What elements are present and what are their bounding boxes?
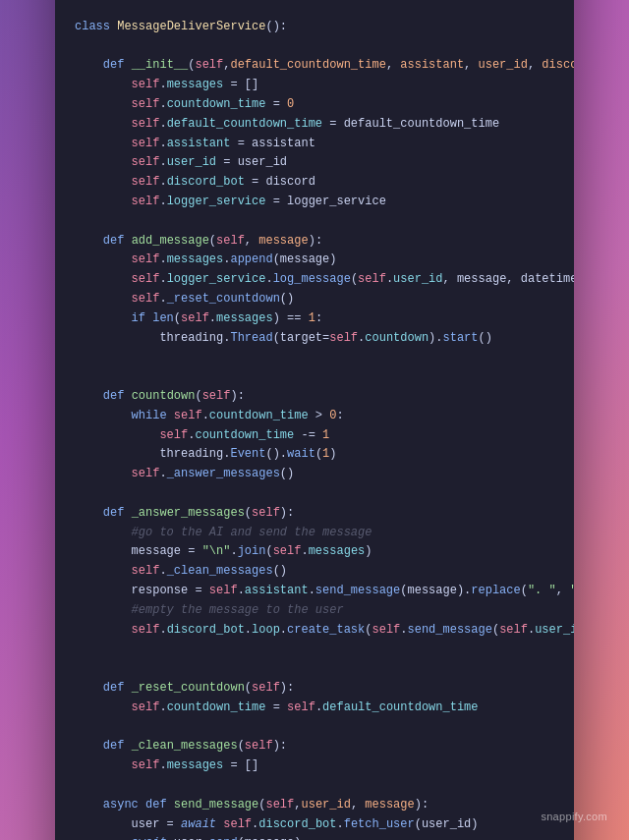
code-line: if len(self.messages) == 1:: [75, 309, 554, 329]
code-line: self.default_countdown_time = default_co…: [75, 115, 554, 135]
code-line: self.countdown_time -= 1: [75, 426, 554, 446]
code-line: response = self.assistant.send_message(m…: [75, 582, 554, 601]
code-line: self._clean_messages(): [75, 562, 554, 582]
code-line: self.messages = []: [75, 756, 554, 776]
code-line: self.user_id = user_id: [75, 153, 554, 173]
code-line: message = "\n".join(self.messages): [75, 542, 554, 562]
code-line: async def send_message(self,user_id, mes…: [75, 796, 554, 815]
code-line: self.discord_bot = discord: [75, 173, 554, 193]
code-line: self.discord_bot.loop.create_task(self.s…: [75, 621, 554, 641]
code-line: self.messages = []: [75, 76, 554, 95]
app-container: import threadingfrom datetime import dat…: [0, 0, 629, 840]
code-line: [75, 367, 554, 387]
code-line: await user.send(message): [75, 834, 554, 840]
code-line: self.messages.append(message): [75, 251, 554, 270]
code-line: [75, 640, 554, 659]
code-line: self.countdown_time = self.default_count…: [75, 699, 554, 718]
code-line: def countdown(self):: [75, 387, 554, 407]
code-line: threading.Event().wait(1): [75, 445, 554, 465]
code-line: #empty the message to the user: [75, 601, 554, 621]
code-line: def _reset_countdown(self):: [75, 679, 554, 699]
code-line: def add_message(self, message):: [75, 232, 554, 252]
code-line: [75, 776, 554, 796]
code-line: self.countdown_time = 0: [75, 95, 554, 115]
code-line: [75, 718, 554, 738]
watermark: snappify.com: [541, 811, 607, 822]
code-line: #go to the AI and send the message: [75, 524, 554, 543]
code-line: self._reset_countdown(): [75, 290, 554, 309]
code-line: [75, 0, 554, 18]
code-line: user = await self.discord_bot.fetch_user…: [75, 815, 554, 835]
code-line: [75, 212, 554, 232]
code-line: [75, 484, 554, 504]
code-line: def __init__(self,default_countdown_time…: [75, 56, 554, 76]
code-line: def _clean_messages(self):: [75, 737, 554, 756]
code-line: self.logger_service.log_message(self.use…: [75, 270, 554, 290]
code-line: [75, 348, 554, 367]
code-editor: import threadingfrom datetime import dat…: [55, 0, 574, 840]
code-line: class MessageDeliverService():: [75, 18, 554, 37]
code-line: [75, 37, 554, 57]
code-line: self.assistant = assistant: [75, 135, 554, 154]
code-line: threading.Thread(target=self.countdown).…: [75, 329, 554, 349]
code-line: def _answer_messages(self):: [75, 504, 554, 524]
code-line: self.logger_service = logger_service: [75, 193, 554, 212]
code-line: [75, 659, 554, 679]
code-window: import threadingfrom datetime import dat…: [55, 0, 574, 840]
code-line: while self.countdown_time > 0:: [75, 407, 554, 426]
code-line: self._answer_messages(): [75, 465, 554, 484]
